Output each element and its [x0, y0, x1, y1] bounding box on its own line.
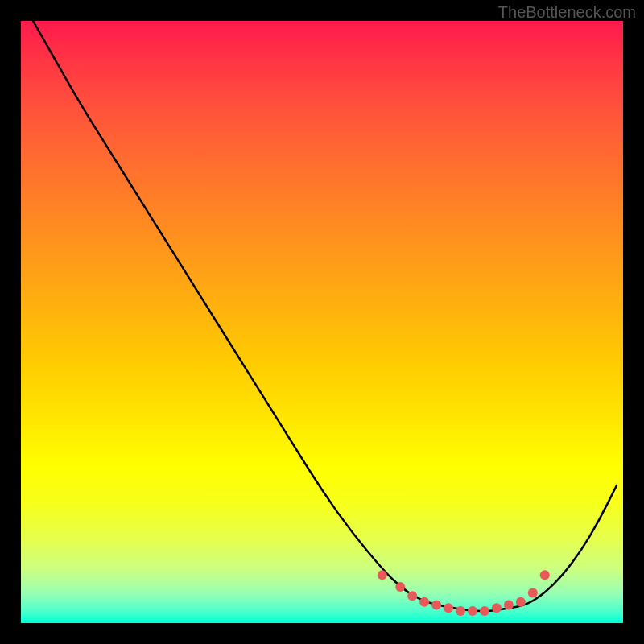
marker-point [540, 570, 550, 580]
marker-point [395, 582, 405, 592]
marker-point [528, 588, 538, 598]
marker-point [516, 597, 526, 607]
marker-point [492, 603, 502, 613]
marker-point [504, 601, 514, 610]
highlighted-markers [378, 570, 550, 616]
marker-point [419, 597, 429, 607]
marker-point [407, 591, 417, 601]
marker-point [431, 601, 441, 610]
chart-area [21, 21, 623, 623]
marker-point [456, 606, 465, 616]
marker-point [480, 606, 489, 616]
marker-point [378, 570, 387, 580]
marker-point [468, 606, 477, 616]
chart-svg [21, 21, 623, 623]
curve-line [33, 21, 617, 611]
watermark: TheBottleneck.com [498, 3, 636, 22]
marker-point [444, 603, 453, 613]
